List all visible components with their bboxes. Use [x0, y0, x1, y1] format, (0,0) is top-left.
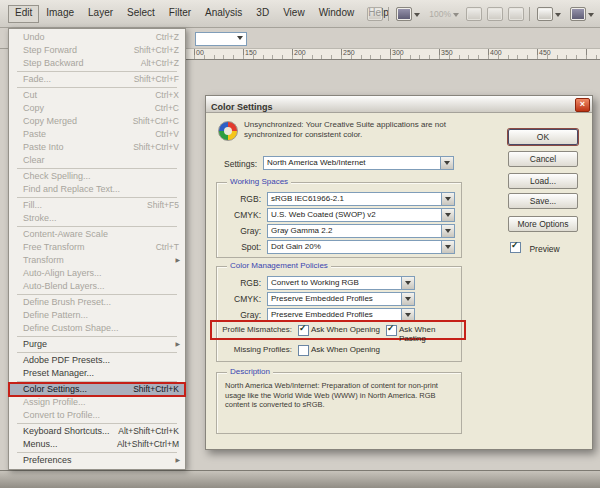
dropdown-button[interactable] — [401, 293, 414, 305]
menu-item-define-pattern[interactable]: Define Pattern... — [9, 309, 185, 322]
missing-ask-when-opening-checkbox[interactable] — [298, 345, 309, 356]
menu-item-color-settings[interactable]: Color Settings...Shift+Ctrl+K — [9, 383, 185, 396]
hand-tool-icon[interactable] — [466, 7, 482, 21]
menu-item-label: Check Spelling... — [23, 170, 91, 183]
menu-filter[interactable]: Filter — [162, 5, 198, 21]
menubar: EditImageLayerSelectFilterAnalysis3DView… — [0, 0, 600, 28]
menu-item-preset-manager[interactable]: Preset Manager... — [9, 367, 185, 380]
menu-item-copy-merged[interactable]: Copy MergedShift+Ctrl+C — [9, 115, 185, 128]
menu-item-stroke[interactable]: Stroke... — [9, 212, 185, 225]
menu-item-cut[interactable]: CutCtrl+X — [9, 89, 185, 102]
menu-item-clear[interactable]: Clear — [9, 154, 185, 167]
menu-item-content-aware-scale[interactable]: Content-Aware Scale — [9, 228, 185, 241]
menu-item-transform[interactable]: Transform▶ — [9, 254, 185, 267]
menu-item-label: Color Settings... — [23, 383, 87, 396]
dropdown-button[interactable] — [441, 241, 454, 253]
menu-item-shortcut: Ctrl+T — [156, 241, 179, 254]
menu-image[interactable]: Image — [39, 5, 81, 21]
dropdown-button[interactable] — [401, 309, 414, 321]
dropdown-button[interactable] — [441, 209, 454, 221]
dropdown-button[interactable] — [441, 193, 454, 205]
menu-item-menus[interactable]: Menus...Alt+Shift+Ctrl+M — [9, 438, 185, 451]
toolbar-separator — [388, 7, 389, 21]
launch-bridge-icon[interactable] — [367, 7, 383, 21]
missing-profiles-row: Missing Profiles: Ask When Opening — [212, 342, 464, 358]
menu-item-step-backward[interactable]: Step BackwardAlt+Ctrl+Z — [9, 57, 185, 70]
menu-layer[interactable]: Layer — [81, 5, 120, 21]
dropdown-button[interactable] — [441, 225, 454, 237]
close-button[interactable]: × — [575, 98, 590, 112]
dropdown-button[interactable] — [401, 277, 414, 289]
menu-item-keyboard-shortcuts[interactable]: Keyboard Shortcuts...Alt+Shift+Ctrl+K — [9, 425, 185, 438]
chevron-down-icon — [453, 13, 459, 20]
menu-item-undo[interactable]: UndoCtrl+Z — [9, 31, 185, 44]
menu-select[interactable]: Select — [120, 5, 162, 21]
view-extras-button[interactable] — [394, 6, 422, 22]
menu-item-paste-into[interactable]: Paste IntoShift+Ctrl+V — [9, 141, 185, 154]
menu-item-label: Assign Profile... — [23, 396, 86, 409]
ask-when-pasting-checkbox[interactable]: ✓ — [386, 325, 397, 336]
menu-item-find-and-replace-text[interactable]: Find and Replace Text... — [9, 183, 185, 196]
menu-separator — [17, 226, 177, 227]
preview-label: Preview — [529, 244, 559, 254]
working-space-row: CMYK:U.S. Web Coated (SWOP) v2 — [217, 208, 461, 222]
zoom-level-button[interactable]: 100% — [427, 8, 461, 21]
description-text: North America Web/Internet: Preparation … — [225, 381, 453, 410]
gray-policy-value: Preserve Embedded Profiles — [268, 309, 414, 321]
menu-3d[interactable]: 3D — [249, 5, 276, 21]
more-options-button[interactable]: More Options — [508, 216, 578, 232]
ask-when-opening-checkbox[interactable]: ✓ — [298, 325, 309, 336]
cancel-button[interactable]: Cancel — [508, 151, 578, 167]
menu-item-label: Copy — [23, 102, 44, 115]
settings-dropdown[interactable]: North America Web/Internet — [263, 156, 454, 170]
gray-working-space-dropdown[interactable]: Gray Gamma 2.2 — [267, 224, 455, 238]
zoom-tool-icon[interactable] — [487, 7, 503, 21]
rotate-view-icon[interactable] — [508, 7, 524, 21]
menu-item-step-forward[interactable]: Step ForwardShift+Ctrl+Z — [9, 44, 185, 57]
menu-edit[interactable]: Edit — [8, 5, 39, 23]
policies-title: Color Management Policies — [227, 261, 331, 270]
submenu-arrow-icon: ▶ — [175, 254, 180, 267]
gray-policy-dropdown[interactable]: Preserve Embedded Profiles — [267, 308, 415, 322]
save-button[interactable]: Save... — [508, 193, 578, 209]
menu-analysis[interactable]: Analysis — [198, 5, 249, 21]
cmyk-working-space-dropdown[interactable]: U.S. Web Coated (SWOP) v2 — [267, 208, 455, 222]
menu-item-convert-to-profile[interactable]: Convert to Profile... — [9, 409, 185, 422]
menu-item-free-transform[interactable]: Free TransformCtrl+T — [9, 241, 185, 254]
menu-item-define-brush-preset[interactable]: Define Brush Preset... — [9, 296, 185, 309]
menu-item-check-spelling[interactable]: Check Spelling... — [9, 170, 185, 183]
dialog-titlebar[interactable]: Color Settings × — [206, 96, 592, 113]
ruler-tick-label: 350 — [441, 49, 453, 56]
dropdown-arrow-icon — [445, 213, 451, 220]
menu-item-auto-blend-layers[interactable]: Auto-Blend Layers... — [9, 280, 185, 293]
toolbar-separator — [529, 7, 530, 21]
preview-checkbox[interactable]: ✓ — [510, 242, 521, 253]
menu-item-auto-align-layers[interactable]: Auto-Align Layers... — [9, 267, 185, 280]
menu-item-label: Auto-Align Layers... — [23, 267, 102, 280]
load-button[interactable]: Load... — [508, 173, 578, 189]
screen-mode-button[interactable] — [568, 6, 596, 22]
menu-item-define-custom-shape[interactable]: Define Custom Shape... — [9, 322, 185, 335]
options-dropdown[interactable] — [195, 32, 247, 46]
menu-item-paste[interactable]: PasteCtrl+V — [9, 128, 185, 141]
menu-item-adobe-pdf-presets[interactable]: Adobe PDF Presets... — [9, 354, 185, 367]
dropdown-button[interactable] — [440, 157, 453, 169]
spot-working-space-dropdown[interactable]: Dot Gain 20% — [267, 240, 455, 254]
menu-item-fill[interactable]: Fill...Shift+F5 — [9, 199, 185, 212]
sync-status-icon — [218, 121, 238, 141]
menu-item-assign-profile[interactable]: Assign Profile... — [9, 396, 185, 409]
policy-row: Gray:Preserve Embedded Profiles — [217, 308, 461, 322]
menu-item-fade[interactable]: Fade...Shift+Ctrl+F — [9, 73, 185, 86]
rgb-working-space-dropdown[interactable]: sRGB IEC61966-2.1 — [267, 192, 455, 206]
ok-button[interactable]: OK — [508, 129, 578, 145]
photoshop-window: EditImageLayerSelectFilterAnalysis3DView… — [0, 0, 600, 488]
menu-item-copy[interactable]: CopyCtrl+C — [9, 102, 185, 115]
menu-item-purge[interactable]: Purge▶ — [9, 338, 185, 351]
rgb-policy-dropdown[interactable]: Convert to Working RGB — [267, 276, 415, 290]
menu-item-preferences[interactable]: Preferences▶ — [9, 454, 185, 467]
cmyk-policy-dropdown[interactable]: Preserve Embedded Profiles — [267, 292, 415, 306]
arrange-documents-button[interactable] — [535, 6, 563, 22]
dialog-title: Color Settings — [206, 102, 273, 112]
menu-view[interactable]: View — [276, 5, 312, 21]
menu-window[interactable]: Window — [312, 5, 362, 21]
